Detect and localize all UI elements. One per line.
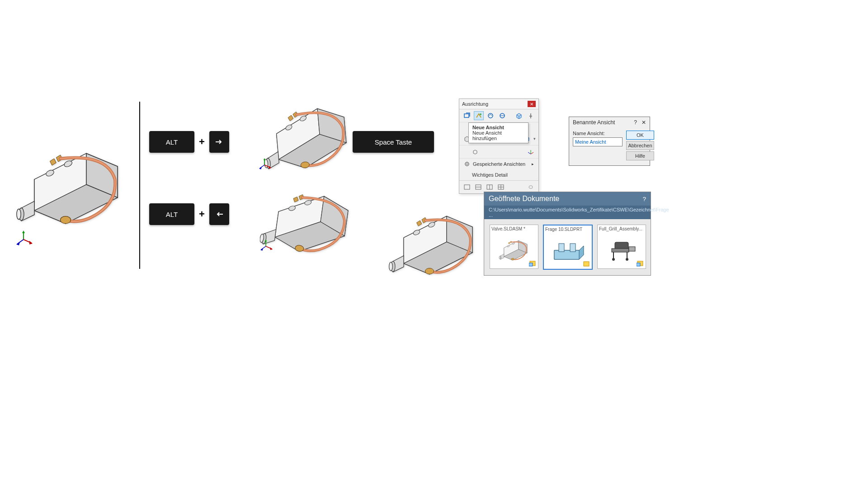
saved-views-menu[interactable]: Gespeicherte Ansichten ▸ [459,159,538,169]
svg-rect-35 [612,249,629,252]
triad-icon [14,230,33,249]
layout-2h-icon[interactable] [473,183,483,192]
thumb-label: Frage 10.SLDPRT [545,227,590,232]
document-thumb-grill[interactable]: Full_Grill_Assembly... [597,225,646,269]
part-badge-icon [583,261,590,267]
open-documents-header[interactable]: Geöffnete Dokumente ? [484,192,651,206]
key-arrow-right [209,131,229,153]
shortcut-space: Space Taste [353,131,434,153]
orientation-header[interactable]: Ausrichtung ✕ [459,99,538,109]
triad-icon [258,158,276,176]
orientation-title: Ausrichtung [462,101,488,107]
vertical-divider [139,102,140,269]
orientation-toolbar-1 [459,109,538,122]
dropdown-arrow-icon[interactable]: ▾ [533,136,536,141]
svg-point-20 [467,164,468,165]
new-view-tooltip: Neue Ansicht Neue Ansicht hinzufügen [468,122,528,143]
key-alt: ALT [149,131,194,153]
svg-point-38 [612,258,615,261]
plus-icon: + [199,208,205,220]
svg-rect-30 [529,263,533,266]
key-space: Space Taste [353,131,434,153]
tooltip-subtitle: Neue Ansicht hinzufügen [472,130,524,141]
open-documents-panel: Geöffnete Dokumente ? C:\Users\mario.wut… [484,192,651,276]
dialog-title: Benannte Ansicht [573,119,615,126]
open-documents-title: Geöffnete Dokumente [489,195,559,203]
important-detail-item[interactable]: Wichtiges Detail [459,169,538,180]
model-view-reference [14,138,131,239]
help-icon[interactable]: ? [634,119,637,126]
svg-point-12 [480,113,481,115]
close-icon[interactable]: ✕ [528,101,536,107]
triad-icon [259,239,277,258]
axis-icon[interactable] [526,147,536,156]
svg-rect-21 [464,185,470,189]
named-view-dialog: Benannte Ansicht ? ✕ Name Ansicht: OK Ab… [569,117,650,166]
saved-views-label: Gespeicherte Ansichten [473,161,525,167]
orientation-panel: Ausrichtung ✕ Neue Ansicht Neue Ansicht … [459,99,539,194]
ok-button[interactable]: OK [626,131,654,140]
view-name-input[interactable] [573,137,623,146]
document-thumb-frage10[interactable]: Frage 10.SLDPRT [543,225,593,270]
orientation-toolbar-3 [459,145,538,159]
close-icon[interactable]: ✕ [642,119,646,126]
view-icon-3[interactable] [486,111,495,120]
shortcut-alt-left: ALT + [149,203,229,225]
document-thumb-valve[interactable]: Valve.SLDASM * [490,225,538,269]
gear-icon [464,161,470,167]
svg-rect-40 [629,247,635,251]
svg-rect-42 [637,263,640,266]
view-icon-1[interactable] [462,111,472,120]
svg-rect-32 [570,244,576,252]
cancel-button[interactable]: Abbrechen [626,141,654,150]
thumb-label: Full_Grill_Assembly... [599,226,644,231]
tooltip-title: Neue Ansicht [472,125,524,130]
layout-single-icon[interactable] [462,183,472,192]
chevron-right-icon: ▸ [532,162,534,166]
key-arrow-left [209,203,229,225]
model-view-extra [387,203,486,286]
new-view-icon[interactable] [474,111,484,120]
svg-rect-11 [464,114,469,117]
cube-icon[interactable] [514,111,524,120]
dialog-header[interactable]: Benannte Ansicht ? ✕ [569,117,650,128]
detail-label: Wichtiges Detail [472,172,508,178]
name-label: Name Ansicht: [573,131,623,136]
document-path: C:\Users\mario.wutte\Documents\Solidwork… [484,206,651,219]
thumb-label: Valve.SLDASM * [491,226,537,231]
assembly-badge-icon [637,260,644,267]
svg-line-17 [531,152,533,154]
key-alt: ALT [149,203,194,225]
layout-2v-icon[interactable] [485,183,495,192]
link-views-icon[interactable] [526,183,536,192]
assembly-badge-icon [529,260,536,267]
svg-line-18 [528,152,531,154]
help-icon[interactable]: ? [643,196,646,202]
layout-4-icon[interactable] [496,183,506,192]
document-thumbnails: Valve.SLDASM * Frage 10.SLDPRT Full_Gril… [484,219,651,275]
cube-small-icon[interactable] [470,147,480,156]
view-icon-4[interactable] [497,111,507,120]
shortcut-alt-right: ALT + [149,131,229,153]
help-button[interactable]: Hilfe [626,151,654,160]
plus-icon: + [199,136,205,148]
svg-point-39 [626,258,628,261]
svg-rect-31 [559,244,564,252]
pin-icon[interactable] [526,111,536,120]
svg-rect-33 [584,262,589,266]
